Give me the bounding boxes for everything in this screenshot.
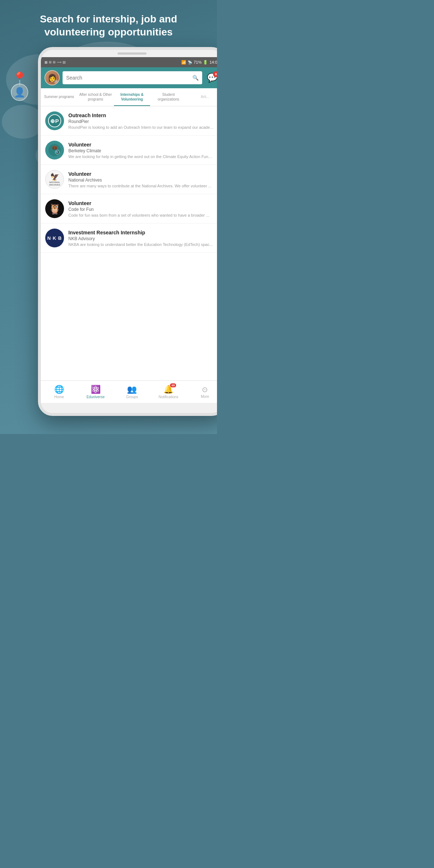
- nav-item-notifications[interactable]: 🔔 69 Notifications: [150, 385, 187, 399]
- logo-nkb: N·K·B: [45, 229, 64, 247]
- listing-content-1: Volunteer Berkeley Climate We are lookin…: [68, 142, 214, 159]
- listing-org-4: NKB Advisory: [68, 236, 214, 241]
- listing-desc-3: Code for fun was born from a set of volu…: [68, 213, 214, 217]
- more-icon: ⊙: [202, 385, 208, 394]
- logo-code-for-fun: 🦉: [45, 199, 64, 218]
- listing-content-3: Volunteer Code for Fun Code for fun was …: [68, 200, 214, 217]
- nav-label-groups: Groups: [126, 395, 138, 399]
- status-bar: ▦ ⊞ ⊞ ⟿ ▤ 📶 📡 71% 🔋 14:09: [41, 57, 217, 67]
- tab-summer-programs[interactable]: Summer programs: [41, 88, 77, 106]
- roundpier-logo-svg: ⊕P: [48, 114, 61, 128]
- nav-item-more[interactable]: ⊙ More: [187, 385, 217, 399]
- listing-title-2: Volunteer: [68, 171, 214, 177]
- svg-text:🔍: 🔍: [56, 150, 59, 154]
- logo-national-archives: 🦅 NATIONALARCHIVES: [45, 170, 64, 189]
- phone-content: ▦ ⊞ ⊞ ⟿ ▤ 📶 📡 71% 🔋 14:09 👩: [41, 57, 217, 403]
- listing-title-4: Investment Research Internship: [68, 230, 214, 235]
- na-text-label: NATIONALARCHIVES: [49, 181, 60, 186]
- wifi-icon: 📶: [181, 60, 186, 65]
- phone-wrapper: ▦ ⊞ ⊞ ⟿ ▤ 📶 📡 71% 🔋 14:09 👩: [38, 47, 217, 434]
- location-pin: 📍 👤: [11, 72, 28, 101]
- listing-item-2[interactable]: 🦅 NATIONALARCHIVES Volunteer National Ar…: [41, 165, 217, 194]
- hero-section: Search for intership, job and volunteeri…: [0, 7, 217, 44]
- listing-desc-2: There are many ways to contribute at the…: [68, 184, 214, 188]
- groups-icon: 👥: [127, 385, 137, 394]
- listing-desc-1: We are looking for help in getting the w…: [68, 154, 214, 159]
- listing-title-3: Volunteer: [68, 200, 214, 206]
- phone-frame: ▦ ⊞ ⊞ ⟿ ▤ 📶 📡 71% 🔋 14:09 👩: [38, 47, 217, 416]
- nav-label-more: More: [201, 395, 209, 399]
- bottom-navigation: 🌐 Home ⚛️ Eduniverse 👥 Groups 🔔 69: [41, 380, 217, 403]
- home-icon: 🌐: [54, 385, 64, 394]
- pin-avatar: 👤: [11, 84, 28, 101]
- chat-badge: 6: [213, 71, 217, 77]
- phone-speaker: [118, 52, 146, 55]
- listing-item-3[interactable]: 🦉 Volunteer Code for Fun Code for fun wa…: [41, 194, 217, 224]
- app-header: 👩 ≡ 🔍 💬 6: [41, 67, 217, 88]
- listing-org-0: RoundPier: [68, 119, 214, 124]
- status-right-info: 📶 📡 71% 🔋 14:09: [181, 60, 217, 65]
- listing-item-4[interactable]: N·K·B Investment Research Internship NKB…: [41, 224, 217, 253]
- listing-title-0: Outreach Intern: [68, 112, 214, 118]
- phone-top-bar: [41, 50, 217, 57]
- signal-icon: 📡: [188, 60, 192, 64]
- search-input[interactable]: [66, 75, 190, 81]
- listing-content-2: Volunteer National Archives There are ma…: [68, 171, 214, 188]
- na-logo-inner: 🦅 NATIONALARCHIVES: [46, 170, 64, 188]
- nkb-logo-text: N·K·B: [47, 235, 62, 241]
- notification-badge-wrap: 🔔 69: [163, 385, 173, 394]
- time-display: 14:09: [209, 60, 217, 64]
- listings-list: ⊕P Outreach Intern RoundPier RoundPier i…: [41, 106, 217, 380]
- tab-after-school[interactable]: After school & Other programs: [77, 88, 114, 106]
- listing-org-2: National Archives: [68, 178, 214, 183]
- status-icon-5: ▤: [63, 60, 66, 64]
- tab-internships-volunteering[interactable]: Internships & Volunteering: [114, 88, 150, 106]
- nav-item-groups[interactable]: 👥 Groups: [114, 385, 150, 399]
- eduniverse-icon: ⚛️: [91, 385, 101, 394]
- notifications-badge: 69: [170, 383, 176, 387]
- status-left-icons: ▦ ⊞ ⊞ ⟿ ▤: [44, 60, 66, 64]
- battery-icon: 🔋: [203, 60, 208, 65]
- nav-label-notifications: Notifications: [159, 395, 178, 399]
- category-tabs: Summer programs After school & Other pro…: [41, 88, 217, 106]
- battery-percent: 71%: [193, 60, 201, 64]
- chat-button[interactable]: 💬 6: [205, 71, 217, 85]
- user-avatar[interactable]: 👩 ≡: [44, 70, 60, 85]
- owl-icon: 🦉: [48, 203, 61, 215]
- listing-desc-4: NKBA are looking to understand better th…: [68, 242, 214, 247]
- listing-item-0[interactable]: ⊕P Outreach Intern RoundPier RoundPier i…: [41, 106, 217, 136]
- svg-text:💼: 💼: [52, 145, 58, 150]
- status-icon-1: ▦: [44, 60, 48, 64]
- logo-roundpier: ⊕P: [45, 111, 64, 130]
- listing-org-3: Code for Fun: [68, 207, 214, 212]
- na-eagle-icon: 🦅: [50, 173, 59, 181]
- status-icon-3: ⊞: [53, 60, 56, 64]
- listing-content-4: Investment Research Internship NKB Advis…: [68, 230, 214, 247]
- user-avatar-icon: 👤: [14, 87, 25, 98]
- nav-label-home: Home: [54, 395, 64, 399]
- listing-org-1: Berkeley Climate: [68, 148, 214, 153]
- listing-content-0: Outreach Intern RoundPier RoundPier is l…: [68, 112, 214, 129]
- search-icon[interactable]: 🔍: [192, 75, 199, 81]
- nav-label-eduniverse: Eduniverse: [86, 395, 105, 399]
- listing-desc-0: RoundPier is looking to add an Outreach …: [68, 125, 214, 129]
- tab-articles[interactable]: Arti...: [187, 88, 217, 106]
- status-icon-4: ⟿: [57, 60, 61, 64]
- search-bar[interactable]: 🔍: [63, 71, 202, 84]
- svg-text:⊕P: ⊕P: [50, 118, 59, 124]
- berkeley-logo-svg: 💼 🔍: [48, 143, 61, 157]
- hero-title: Search for intership, job and volunteeri…: [14, 13, 203, 39]
- listing-item-1[interactable]: 💼 🔍 Volunteer Berkeley Climate We are lo…: [41, 136, 217, 165]
- status-icon-2: ⊞: [49, 60, 52, 64]
- menu-indicator: ≡: [54, 80, 58, 84]
- nav-item-home[interactable]: 🌐 Home: [41, 385, 77, 399]
- nav-item-eduniverse[interactable]: ⚛️ Eduniverse: [77, 385, 114, 399]
- logo-berkeley-climate: 💼 🔍: [45, 141, 64, 159]
- listing-title-1: Volunteer: [68, 142, 214, 148]
- tab-student-organizations[interactable]: Student organizations: [150, 88, 187, 106]
